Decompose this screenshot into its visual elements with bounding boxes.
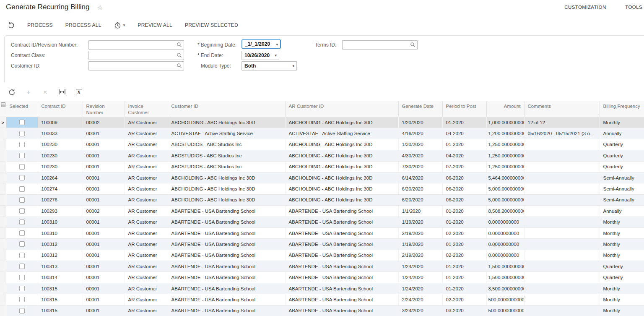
- selected-cell[interactable]: [6, 128, 38, 139]
- cell-amount[interactable]: 500.0000000000: [486, 305, 524, 316]
- process-button[interactable]: PROCESS: [27, 22, 53, 28]
- cell-ar-customer-id[interactable]: ABARTENDE - USA Bartending School: [285, 272, 398, 283]
- grid-row[interactable]: 10031300001AR CustomerABARTENDE - USA Ba…: [0, 261, 644, 272]
- row-header[interactable]: [0, 227, 6, 238]
- customer-id-input[interactable]: [91, 62, 175, 70]
- cell-invoice-customer[interactable]: AR Customer: [125, 139, 168, 150]
- cell-ar-customer-id[interactable]: ABARTENDE - USA Bartending School: [285, 261, 398, 272]
- refresh-icon[interactable]: [7, 89, 17, 96]
- cell-revision-number[interactable]: 00001: [83, 183, 125, 194]
- cell-revision-number[interactable]: 00001: [83, 161, 125, 172]
- cell-comments[interactable]: 05/16/2020 - 05/15/2021 (3 o...: [524, 128, 600, 139]
- cell-revision-number[interactable]: 00001: [83, 128, 125, 139]
- cell-customer-id[interactable]: ABARTENDE - USA Bartending School: [168, 305, 285, 316]
- cell-contract-id[interactable]: 100315: [38, 283, 83, 294]
- favorite-star-icon[interactable]: ☆: [97, 4, 103, 11]
- cell-period-to-post[interactable]: 01-2020: [442, 272, 486, 283]
- row-header[interactable]: [0, 272, 6, 283]
- cell-ar-customer-id[interactable]: ABCHOLDING - ABC Holdings Inc 30D: [285, 139, 398, 150]
- cell-generate-date[interactable]: 4/30/2020: [398, 150, 442, 161]
- selected-cell[interactable]: [6, 217, 38, 227]
- row-header[interactable]: [0, 161, 6, 172]
- grid-row[interactable]: 10026400001AR CustomerABCHOLDING - ABC H…: [0, 172, 644, 183]
- cell-period-to-post[interactable]: 07-2020: [442, 161, 486, 172]
- row-checkbox[interactable]: [19, 264, 25, 269]
- add-row-icon[interactable]: +: [23, 89, 34, 96]
- beginning-date-value[interactable]: _1/_1/2020: [245, 41, 270, 47]
- cell-revision-number[interactable]: 00001: [83, 172, 125, 183]
- cell-amount[interactable]: 1,250.0000000000: [486, 139, 524, 150]
- grid-row[interactable]: 10027600001AR CustomerABCHOLDING - ABC H…: [0, 194, 644, 205]
- row-header[interactable]: [0, 261, 6, 272]
- cell-amount[interactable]: 500.0000000000: [486, 294, 524, 305]
- selected-cell[interactable]: [6, 227, 38, 238]
- selected-cell[interactable]: [6, 272, 38, 283]
- cell-period-to-post[interactable]: 01-2020: [442, 206, 486, 217]
- col-header-comments[interactable]: Comments: [524, 101, 600, 117]
- cell-customer-id[interactable]: ABCHOLDING - ABC Holdings Inc 30D: [168, 183, 285, 194]
- grid-row[interactable]: 10031400001AR CustomerABARTENDE - USA Ba…: [0, 272, 644, 283]
- col-header-customer-id[interactable]: Customer ID: [168, 101, 285, 117]
- cell-billing-frequency[interactable]: Monthly: [600, 294, 644, 305]
- cell-invoice-customer[interactable]: AR Customer: [125, 161, 168, 172]
- export-excel-icon[interactable]: X: [74, 89, 84, 95]
- cell-customer-id[interactable]: ABARTENDE - USA Bartending School: [168, 206, 285, 217]
- cell-comments[interactable]: [524, 227, 600, 238]
- cell-invoice-customer[interactable]: AR Customer: [125, 305, 168, 316]
- cell-comments[interactable]: [524, 194, 600, 205]
- cell-period-to-post[interactable]: 04-2020: [442, 150, 486, 161]
- grid-row[interactable]: 10023000001AR CustomerABCSTUDIOS - ABC S…: [0, 139, 644, 150]
- row-checkbox[interactable]: [19, 164, 25, 170]
- row-checkbox[interactable]: [19, 131, 25, 136]
- cell-period-to-post[interactable]: 01-2020: [442, 283, 486, 294]
- cell-customer-id[interactable]: ABARTENDE - USA Bartending School: [168, 227, 285, 238]
- cell-contract-id[interactable]: 100274: [38, 183, 83, 194]
- cell-generate-date[interactable]: 2/24/2020: [398, 294, 442, 305]
- cell-period-to-post[interactable]: 02-2020: [442, 250, 486, 261]
- cell-period-to-post[interactable]: 03-2020: [442, 305, 486, 316]
- cell-generate-date[interactable]: 1/19/2020: [398, 217, 442, 227]
- cell-invoice-customer[interactable]: AR Customer: [125, 227, 168, 238]
- cell-contract-id[interactable]: 100315: [38, 305, 83, 316]
- cell-comments[interactable]: 12 of 12: [524, 117, 600, 128]
- cell-generate-date[interactable]: 1/20/2020: [398, 117, 442, 128]
- row-checkbox[interactable]: [19, 275, 25, 280]
- cell-comments[interactable]: [524, 172, 600, 183]
- cell-revision-number[interactable]: 00001: [83, 194, 125, 205]
- cell-amount[interactable]: 0.0000000000: [486, 227, 524, 238]
- cell-amount[interactable]: 1,500.0000000000: [486, 261, 524, 272]
- cell-ar-customer-id[interactable]: ABARTENDE - USA Bartending School: [285, 227, 398, 238]
- contract-class-field[interactable]: [88, 51, 184, 60]
- selected-cell[interactable]: [6, 161, 38, 172]
- col-header-amount[interactable]: Amount: [486, 101, 524, 117]
- cell-invoice-customer[interactable]: AR Customer: [125, 272, 168, 283]
- grid-row[interactable]: 10031000001AR CustomerABARTENDE - USA Ba…: [0, 227, 644, 238]
- row-checkbox[interactable]: [19, 142, 25, 147]
- cell-period-to-post[interactable]: 01-2020: [442, 239, 486, 250]
- cell-amount[interactable]: 5,000.0000000000: [486, 194, 524, 205]
- row-header[interactable]: >: [0, 117, 6, 128]
- cell-customer-id[interactable]: ABARTENDE - USA Bartending School: [168, 239, 285, 250]
- beginning-date-caret-icon[interactable]: ▾: [276, 42, 278, 47]
- selected-cell[interactable]: [6, 194, 38, 205]
- cell-billing-frequency[interactable]: Annually: [600, 206, 644, 217]
- cell-invoice-customer[interactable]: AR Customer: [125, 183, 168, 194]
- cell-amount[interactable]: 1,250.0000000000: [486, 150, 524, 161]
- cell-comments[interactable]: [524, 161, 600, 172]
- cell-generate-date[interactable]: 1/24/2020: [398, 261, 442, 272]
- cell-contract-id[interactable]: 100033: [38, 128, 83, 139]
- cell-billing-frequency[interactable]: Semi-Annually: [600, 172, 644, 183]
- col-header-billing-frequency[interactable]: Billing Frequency: [600, 101, 644, 117]
- row-checkbox[interactable]: [19, 175, 25, 180]
- cell-billing-frequency[interactable]: Monthly: [600, 217, 644, 227]
- grid-row[interactable]: 10031200001AR CustomerABARTENDE - USA Ba…: [0, 239, 644, 250]
- grid-row[interactable]: 10023000001AR CustomerABCSTUDIOS - ABC S…: [0, 150, 644, 161]
- contract-id-input[interactable]: [91, 41, 175, 49]
- selected-cell[interactable]: [6, 172, 38, 183]
- cell-contract-id[interactable]: 100312: [38, 239, 83, 250]
- cell-comments[interactable]: [524, 139, 600, 150]
- cell-customer-id[interactable]: ABCSTUDIOS - ABC Studios Inc: [168, 139, 285, 150]
- cell-ar-customer-id[interactable]: ABCHOLDING - ABC Holdings Inc 30D: [285, 150, 398, 161]
- schedule-button[interactable]: ▾: [114, 22, 125, 29]
- cell-period-to-post[interactable]: 02-2020: [442, 227, 486, 238]
